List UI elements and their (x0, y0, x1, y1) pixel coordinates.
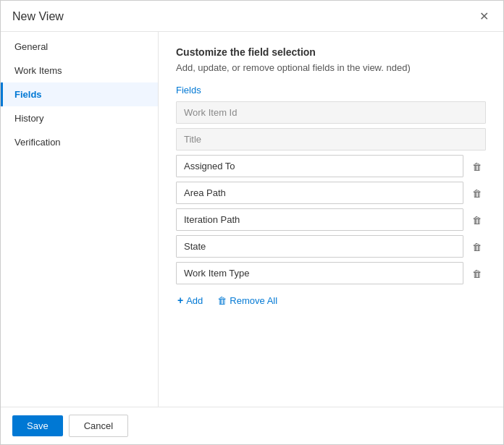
fields-section-label: Fields (176, 85, 486, 96)
sidebar-item-history[interactable]: History (1, 106, 158, 130)
sidebar-item-verification[interactable]: Verification (1, 130, 158, 154)
plus-icon: + (177, 294, 183, 306)
cancel-button[interactable]: Cancel (69, 415, 128, 437)
add-label: Add (186, 295, 203, 306)
dialog-title: New View (12, 10, 64, 23)
add-field-button[interactable]: + Add (176, 292, 204, 309)
sidebar-item-fields[interactable]: Fields (1, 82, 158, 106)
field-input-iteration-path[interactable] (176, 208, 463, 231)
delete-state-button[interactable] (468, 237, 486, 255)
sidebar-item-general[interactable]: General (1, 35, 158, 59)
readonly-field-title: Title (176, 128, 486, 151)
dialog-body: General Work Items Fields History Verifi… (1, 32, 503, 407)
sidebar: General Work Items Fields History Verifi… (1, 32, 159, 407)
dialog-footer: Save Cancel (1, 407, 503, 444)
close-button[interactable]: ✕ (476, 9, 492, 24)
field-input-assigned-to[interactable] (176, 155, 463, 177)
trash-icon (472, 160, 482, 172)
delete-area-path-button[interactable] (468, 184, 486, 202)
dialog-header: New View ✕ (1, 1, 503, 32)
delete-iteration-path-button[interactable] (468, 211, 486, 229)
field-input-work-item-type[interactable] (176, 262, 463, 284)
field-input-area-path[interactable] (176, 182, 463, 204)
remove-all-label: Remove All (230, 295, 277, 306)
field-row-work-item-type (176, 262, 486, 284)
sidebar-item-work-items[interactable]: Work Items (1, 59, 158, 82)
field-row-assigned-to (176, 155, 486, 177)
trash-icon (472, 213, 482, 226)
field-input-state[interactable] (176, 235, 463, 258)
field-row-state (176, 235, 486, 258)
trash-blue-icon (217, 295, 227, 306)
field-actions-row: + Add Remove All (176, 292, 486, 309)
trash-icon (472, 187, 482, 199)
remove-all-button[interactable]: Remove All (216, 292, 279, 309)
trash-icon (472, 267, 482, 279)
readonly-field-work-item-id: Work Item Id (176, 101, 486, 124)
delete-work-item-type-button[interactable] (468, 264, 486, 282)
save-button[interactable]: Save (12, 415, 63, 436)
new-view-dialog: New View ✕ General Work Items Fields His… (0, 0, 504, 445)
content-description: Add, update, or remove optional fields i… (176, 62, 486, 73)
fields-content: Customize the field selection Add, updat… (159, 32, 503, 407)
field-row-iteration-path (176, 208, 486, 231)
content-title: Customize the field selection (176, 46, 486, 58)
trash-icon (472, 240, 482, 253)
field-row-area-path (176, 182, 486, 204)
delete-assigned-to-button[interactable] (468, 157, 486, 175)
